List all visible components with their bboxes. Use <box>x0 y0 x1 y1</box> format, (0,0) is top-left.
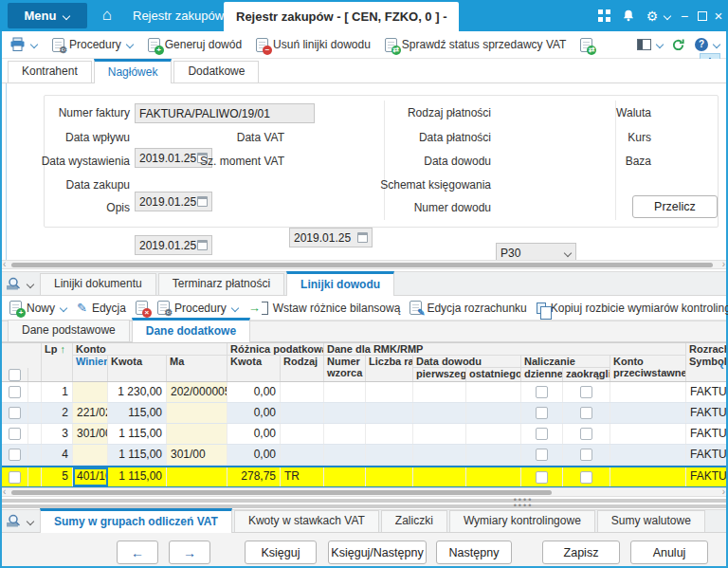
cell-ma[interactable]: 301/00 <box>167 445 228 465</box>
print-button[interactable] <box>9 37 38 52</box>
row-checkbox[interactable] <box>9 428 21 440</box>
zaokraglij-checkbox[interactable] <box>580 386 592 398</box>
table-row[interactable]: 1 1 230,00 202/000005 0,00 FAKTURA/ <box>2 382 726 403</box>
menu-button[interactable]: Menu <box>8 3 87 28</box>
help-button[interactable]: ? <box>695 38 720 51</box>
post-next-button[interactable]: Księguj/Następny <box>328 541 427 564</box>
dzienne-checkbox[interactable] <box>536 428 548 440</box>
horizontal-scrollbar[interactable]: ‹ › <box>2 487 726 497</box>
tab-sumy-vat[interactable]: Sumy w grupach odliczeń VAT <box>40 508 232 533</box>
edit-line-button[interactable]: ✎ Edycja <box>77 301 126 315</box>
col-group-data-dowodu[interactable]: Data dowodu <box>413 356 521 368</box>
zaokraglij-checkbox[interactable] <box>580 449 592 461</box>
scroll-left-icon[interactable]: ‹ <box>3 486 6 498</box>
scrollbar-thumb[interactable] <box>11 490 552 495</box>
settings-chevron-icon[interactable] <box>661 0 674 31</box>
cell-roznica-kwota[interactable]: 278,75 <box>228 467 281 486</box>
col-header-zaokraglij[interactable]: zaokrąglij <box>563 368 610 381</box>
table-row[interactable]: 4 1 115,00 301/00 0,00 FAKTURA/ <box>2 445 726 466</box>
col-group-rmk-rmp[interactable]: Dane dla RMK/RMP <box>324 343 686 356</box>
refresh-button[interactable] <box>671 38 685 52</box>
cell-symbol[interactable]: FAKTURA/ <box>686 382 726 402</box>
cell-dzienne[interactable] <box>521 467 563 486</box>
col-header-lp[interactable]: Lp ↑ <box>42 343 73 356</box>
grid-layout-button[interactable] <box>2 277 40 295</box>
row-checkbox[interactable] <box>9 471 21 484</box>
summary-layout-button[interactable] <box>2 514 40 532</box>
cell-lp[interactable]: 2 <box>42 403 73 423</box>
col-header-rodzaj[interactable]: Rodzaj <box>281 356 324 381</box>
cell-ma[interactable]: 202/000005 <box>167 382 228 402</box>
tab-zaliczki[interactable]: Zaliczki <box>381 510 447 532</box>
cell-symbol[interactable]: FAKTURA/ <box>686 403 726 423</box>
calendar-icon[interactable] <box>197 240 208 250</box>
cell-roznica-kwota[interactable]: 0,00 <box>228 382 281 402</box>
minimize-button[interactable]: − <box>677 0 692 31</box>
cell-zaokraglij[interactable] <box>563 382 610 402</box>
vat-date-field[interactable]: 2019.01.25 <box>289 228 373 247</box>
scrollbar-thumb[interactable] <box>11 263 713 267</box>
check-vat-status-button[interactable]: ⇄ Sprawdź status sprzedawcy VAT <box>385 38 567 52</box>
row-checkbox[interactable] <box>9 449 21 461</box>
zaokraglij-checkbox[interactable] <box>580 407 592 419</box>
cell-symbol[interactable]: FAKTURA/ <box>686 424 726 444</box>
col-header-winien[interactable]: Winien <box>73 356 108 381</box>
cell-rodzaj[interactable] <box>281 424 324 444</box>
calendar-icon[interactable] <box>197 196 208 207</box>
cell-rodzaj[interactable] <box>281 382 324 402</box>
cell-roznica-kwota[interactable]: 0,00 <box>228 403 281 423</box>
collapse-column-icon[interactable]: ‹ <box>719 358 724 372</box>
cell-kwota[interactable]: 115,00 <box>108 403 167 423</box>
save-button[interactable]: Zapisz <box>542 541 620 564</box>
cell-roznica-kwota[interactable]: 0,00 <box>228 424 281 444</box>
row-checkbox[interactable] <box>9 407 21 419</box>
cell-dzienne[interactable] <box>521 403 563 423</box>
cell-zaokraglij[interactable] <box>563 424 610 444</box>
post-button[interactable]: Księguj <box>245 541 317 564</box>
new-line-button[interactable]: + Nowy <box>9 301 67 315</box>
cell-kwota[interactable]: 1 115,00 <box>108 467 167 486</box>
tab-dodatkowe[interactable]: Dodatkowe <box>173 61 259 82</box>
generate-proof-button[interactable]: + Generuj dowód <box>148 38 242 52</box>
row-checkbox[interactable] <box>9 386 21 398</box>
home-icon[interactable]: ⌂ <box>95 0 119 31</box>
tab-wymiary-kontrolingowe[interactable]: Wymiary kontrolingowe <box>449 510 595 532</box>
delete-line-button[interactable]: × <box>136 301 148 315</box>
col-header-rozrach[interactable]: Rozrach <box>686 343 726 356</box>
col-header-ma[interactable]: Ma <box>167 356 228 381</box>
cell-zaokraglij[interactable] <box>563 467 610 486</box>
dzienne-checkbox[interactable] <box>536 386 548 398</box>
col-header-kwota[interactable]: Kwota <box>108 356 167 381</box>
cell-zaokraglij[interactable] <box>563 445 610 465</box>
recalculate-button[interactable]: Przelicz <box>632 195 718 218</box>
cell-lp[interactable]: 3 <box>42 424 73 444</box>
cell-ma[interactable] <box>167 467 228 486</box>
tab-rejestr-zakupow-active[interactable]: Rejestr zakupów - [ CEN, FZKO, 0 ] - <box>224 2 459 31</box>
col-header-pierwszego[interactable]: pierwszego <box>413 368 466 381</box>
grid-procedures-button[interactable]: ⚙ Procedury <box>157 301 239 315</box>
cell-zaokraglij[interactable] <box>563 403 610 423</box>
row-select-cell[interactable] <box>2 467 28 486</box>
calendar-icon[interactable] <box>357 232 368 243</box>
cell-winien[interactable]: 221/02 <box>73 403 108 423</box>
col-group-roznica-podatkowa[interactable]: Różnica podatkowa <box>228 343 324 356</box>
layout-settings-button[interactable] <box>637 39 664 50</box>
select-all-checkbox[interactable] <box>9 369 21 381</box>
cell-winien[interactable]: 301/00 <box>73 424 108 444</box>
row-select-cell[interactable] <box>2 424 28 444</box>
cell-kwota[interactable]: 1 115,00 <box>108 445 167 465</box>
tab-sumy-walutowe[interactable]: Sumy walutowe <box>597 510 705 532</box>
scroll-right-icon[interactable]: › <box>722 259 725 270</box>
col-header-kwota2[interactable]: Kwota <box>228 356 281 381</box>
maximize-button[interactable] <box>695 0 710 31</box>
tab-kwoty-vat[interactable]: Kwoty w stawkach VAT <box>234 510 379 532</box>
row-select-cell[interactable] <box>2 403 28 423</box>
table-row[interactable]: 3 301/00 1 115,00 0,00 FAKTURA/ <box>2 424 726 445</box>
zaokraglij-checkbox[interactable] <box>580 428 592 440</box>
zaokraglij-checkbox[interactable] <box>580 471 592 484</box>
cell-ma[interactable] <box>167 424 228 444</box>
row-select-cell[interactable] <box>2 445 28 465</box>
cell-dzienne[interactable] <box>521 445 563 465</box>
tab-dane-podstawowe[interactable]: Dane podstawowe <box>8 320 130 341</box>
cell-lp[interactable]: 4 <box>42 445 73 465</box>
